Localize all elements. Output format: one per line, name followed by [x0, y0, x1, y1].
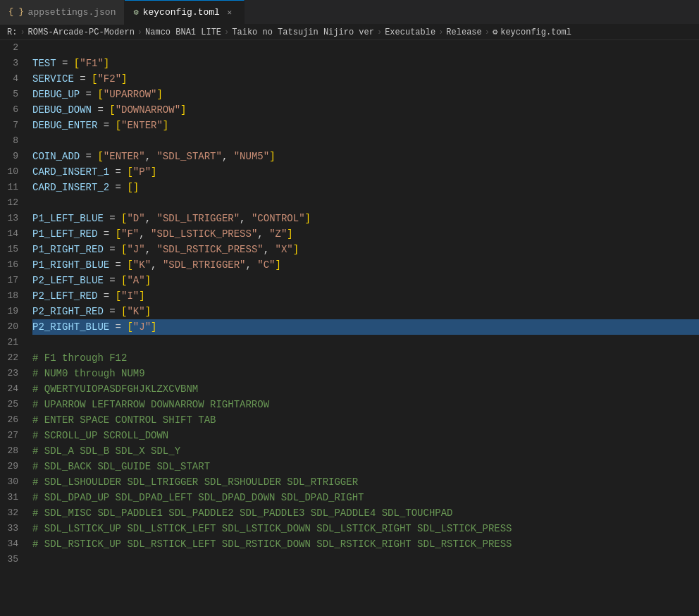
line-number: 4 — [7, 71, 18, 87]
gear-icon: ⚙ — [493, 27, 497, 37]
line-number: 2 — [7, 40, 18, 56]
code-line: # SDL_MISC SDL_PADDLE1 SDL_PADDLE2 SDL_P… — [32, 505, 699, 521]
code-line — [32, 195, 699, 211]
code-line: P1_RIGHT_BLUE = ["K", "SDL_RTRIGGER", "C… — [32, 257, 699, 273]
line-number: 10 — [7, 164, 18, 180]
breadcrumb-release[interactable]: Release — [446, 27, 481, 37]
line-number: 11 — [7, 180, 18, 195]
tab-keyconfig-label: keyconfig.toml — [143, 7, 220, 18]
code-line: P1_LEFT_BLUE = ["D", "SDL_LTRIGGER", "CO… — [32, 211, 699, 226]
line-number: 17 — [7, 273, 18, 288]
code-line: # NUM0 through NUM9 — [32, 366, 699, 381]
code-line: P2_LEFT_RED = ["I"] — [32, 288, 699, 304]
code-line — [32, 133, 699, 149]
code-line: CARD_INSERT_2 = [] — [32, 180, 699, 195]
code-line: CARD_INSERT_1 = ["P"] — [32, 164, 699, 180]
code-line: # UPARROW LEFTARROW DOWNARROW RIGHTARROW — [32, 397, 699, 412]
code-line: DEBUG_UP = ["UPARROW"] — [32, 87, 699, 102]
line-number: 14 — [7, 226, 18, 242]
line-number: 23 — [7, 366, 18, 381]
line-number: 19 — [7, 304, 18, 319]
line-number: 30 — [7, 474, 18, 490]
code-line: DEBUG_DOWN = ["DOWNARROW"] — [32, 102, 699, 118]
line-number: 27 — [7, 428, 18, 443]
breadcrumb-roms[interactable]: ROMS-Arcade-PC-Modern — [28, 27, 135, 37]
line-number: 13 — [7, 211, 18, 226]
code-line: TEST = ["F1"] — [32, 56, 699, 71]
json-icon: { } — [8, 7, 24, 17]
code-line: # SDL_RSTICK_UP SDL_RSTICK_LEFT SDL_RSTI… — [32, 536, 699, 552]
code-line: # SDL_LSHOULDER SDL_LTRIGGER SDL_RSHOULD… — [32, 474, 699, 490]
line-number: 32 — [7, 505, 18, 521]
tab-appsettings[interactable]: { } appsettings.json — [0, 0, 125, 25]
tab-appsettings-label: appsettings.json — [28, 7, 116, 18]
line-number: 12 — [7, 195, 18, 211]
line-number: 28 — [7, 443, 18, 459]
line-numbers: 2345678910111213141516171819202122232425… — [0, 40, 30, 616]
code-line: P2_RIGHT_BLUE = ["J"] — [32, 319, 699, 335]
code-line: # SDL_A SDL_B SDL_X SDL_Y — [32, 443, 699, 459]
line-number: 35 — [7, 552, 18, 567]
line-number: 16 — [7, 257, 18, 273]
code-line: # ENTER SPACE CONTROL SHIFT TAB — [32, 412, 699, 428]
line-number: 22 — [7, 350, 18, 366]
line-number: 26 — [7, 412, 18, 428]
breadcrumb-file[interactable]: ⚙ keyconfig.toml — [493, 27, 571, 37]
breadcrumb-executable[interactable]: Executable — [385, 27, 435, 37]
line-number: 20 — [7, 319, 18, 335]
code-line: P2_RIGHT_RED = ["K"] — [32, 304, 699, 319]
tab-keyconfig[interactable]: ⚙ keyconfig.toml ✕ — [125, 0, 244, 25]
code-line: P2_LEFT_BLUE = ["A"] — [32, 273, 699, 288]
line-number: 15 — [7, 242, 18, 257]
breadcrumb: R: › ROMS-Arcade-PC-Modern › Namco BNA1 … — [0, 25, 699, 40]
editor-area[interactable]: 2345678910111213141516171819202122232425… — [0, 40, 699, 616]
code-line: P1_LEFT_RED = ["F", "SDL_LSTICK_PRESS", … — [32, 226, 699, 242]
breadcrumb-namco[interactable]: Namco BNA1 LITE — [145, 27, 221, 37]
code-content[interactable]: TEST = ["F1"]SERVICE = ["F2"]DEBUG_UP = … — [30, 40, 699, 616]
code-line: DEBUG_ENTER = ["ENTER"] — [32, 118, 699, 133]
line-number: 24 — [7, 381, 18, 397]
breadcrumb-r[interactable]: R: — [7, 27, 17, 37]
tab-bar: { } appsettings.json ⚙ keyconfig.toml ✕ — [0, 0, 699, 25]
line-number: 3 — [7, 56, 18, 71]
code-line: SERVICE = ["F2"] — [32, 71, 699, 87]
tab-close-button[interactable]: ✕ — [224, 7, 235, 18]
code-line — [32, 552, 699, 567]
code-line: # QWERTYUIOPASDFGHJKLZXCVBNM — [32, 381, 699, 397]
code-line: P1_RIGHT_RED = ["J", "SDL_RSTICK_PRESS",… — [32, 242, 699, 257]
line-number: 33 — [7, 521, 18, 536]
code-line: # F1 through F12 — [32, 350, 699, 366]
line-number: 8 — [7, 133, 18, 149]
line-number: 7 — [7, 118, 18, 133]
line-number: 31 — [7, 490, 18, 505]
line-number: 6 — [7, 102, 18, 118]
line-number: 25 — [7, 397, 18, 412]
code-line: # SDL_LSTICK_UP SDL_LSTICK_LEFT SDL_LSTI… — [32, 521, 699, 536]
line-number: 5 — [7, 87, 18, 102]
code-line — [32, 40, 699, 56]
toml-icon: ⚙ — [133, 7, 138, 18]
line-number: 21 — [7, 335, 18, 350]
code-line: # SCROLL_UP SCROLL_DOWN — [32, 428, 699, 443]
code-line — [32, 335, 699, 350]
line-number: 29 — [7, 459, 18, 474]
line-number: 34 — [7, 536, 18, 552]
code-line: # SDL_BACK SDL_GUIDE SDL_START — [32, 459, 699, 474]
breadcrumb-taiko[interactable]: Taiko no Tatsujin Nijiro ver — [232, 27, 374, 37]
code-line: # SDL_DPAD_UP SDL_DPAD_LEFT SDL_DPAD_DOW… — [32, 490, 699, 505]
code-line: COIN_ADD = ["ENTER", "SDL_START", "NUM5"… — [32, 149, 699, 164]
line-number: 9 — [7, 149, 18, 164]
line-number: 18 — [7, 288, 18, 304]
